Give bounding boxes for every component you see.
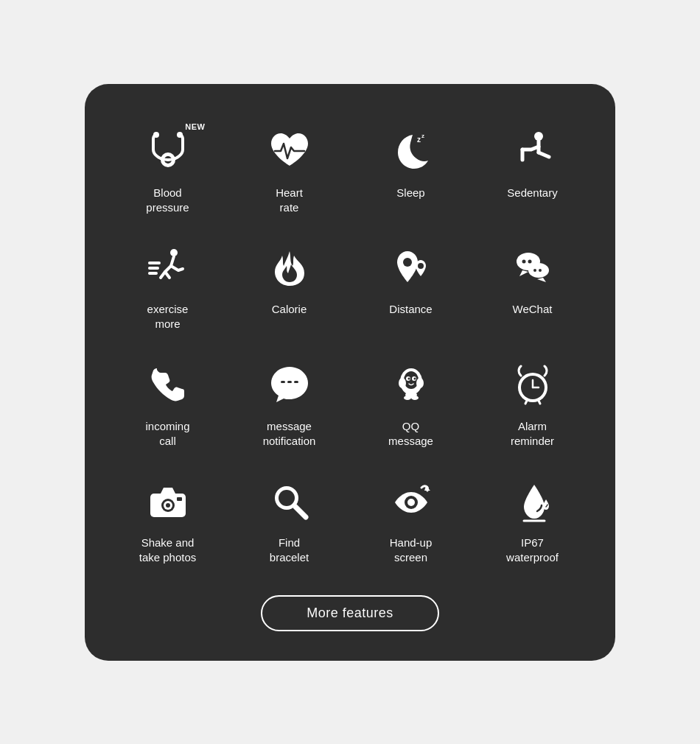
- exercise-icon: [142, 242, 194, 293]
- qq-label: QQmessage: [388, 419, 433, 449]
- svg-point-43: [407, 499, 415, 506]
- svg-point-12: [528, 260, 531, 264]
- features-grid: NEW Bloodpressure: [107, 113, 593, 573]
- feature-hand-up: Hand-upscreen: [350, 463, 472, 573]
- svg-point-20: [404, 371, 419, 389]
- sleep-icon: z z: [385, 125, 437, 177]
- heart-rate-label: Heartrate: [276, 186, 303, 216]
- calorie-label: Calorie: [272, 302, 307, 317]
- svg-point-24: [413, 377, 416, 379]
- svg-point-9: [418, 263, 424, 269]
- stethoscope-icon: NEW: [142, 125, 194, 177]
- incoming-call-label: incomingcall: [145, 419, 189, 449]
- svg-point-23: [407, 377, 410, 379]
- alarm-label: Alarmreminder: [511, 419, 554, 449]
- svg-point-15: [539, 269, 542, 272]
- qq-icon: [385, 359, 437, 410]
- camera-icon: [142, 475, 194, 527]
- svg-point-14: [533, 269, 536, 272]
- svg-point-11: [522, 260, 525, 264]
- feature-exercise: exercisemore: [107, 230, 228, 340]
- feature-find-bracelet: Findbracelet: [228, 463, 350, 573]
- hand-up-icon: [385, 475, 437, 527]
- find-icon: [264, 475, 315, 527]
- feature-waterproof: IP67waterproof: [472, 463, 593, 573]
- svg-point-29: [411, 396, 419, 400]
- svg-rect-38: [177, 497, 182, 501]
- shake-photos-label: Shake andtake photos: [139, 536, 197, 566]
- new-badge: NEW: [185, 122, 205, 131]
- feature-heart-rate: Heartrate: [228, 113, 350, 223]
- feature-wechat: WeChat: [472, 230, 593, 340]
- hand-up-label: Hand-upscreen: [390, 536, 433, 566]
- feature-calorie: Calorie: [228, 230, 350, 340]
- svg-point-3: [177, 132, 183, 138]
- svg-point-26: [416, 378, 424, 388]
- alarm-icon: [507, 359, 559, 410]
- svg-text:z: z: [417, 136, 421, 144]
- feature-message: messagenotification: [228, 347, 350, 457]
- svg-point-28: [404, 396, 411, 400]
- wechat-icon: [507, 242, 559, 293]
- svg-line-41: [295, 507, 306, 517]
- distance-label: Distance: [389, 302, 432, 317]
- find-bracelet-label: Findbracelet: [270, 536, 309, 566]
- features-card: NEW Bloodpressure: [85, 84, 615, 661]
- feature-incoming-call: incomingcall: [107, 347, 228, 457]
- sleep-label: Sleep: [396, 186, 424, 200]
- calorie-icon: [264, 242, 315, 293]
- sedentary-label: Sedentary: [507, 186, 557, 200]
- svg-point-40: [279, 490, 295, 506]
- more-features-button[interactable]: More features: [261, 595, 439, 631]
- phone-icon: [142, 359, 194, 410]
- message-icon: [264, 359, 315, 410]
- message-label: messagenotification: [263, 419, 316, 449]
- wechat-label: WeChat: [513, 302, 553, 317]
- feature-distance: Distance: [350, 230, 472, 340]
- feature-shake-photos: Shake andtake photos: [107, 463, 228, 573]
- distance-icon: [385, 242, 437, 293]
- waterproof-label: IP67waterproof: [506, 536, 559, 566]
- feature-qq: QQmessage: [350, 347, 472, 457]
- svg-point-25: [399, 378, 406, 388]
- exercise-label: exercisemore: [147, 302, 189, 332]
- waterproof-icon: [507, 475, 559, 527]
- feature-sedentary: Sedentary: [472, 113, 593, 223]
- svg-rect-16: [281, 381, 285, 383]
- svg-point-37: [166, 503, 170, 508]
- feature-sleep: z z Sleep: [350, 113, 472, 223]
- blood-pressure-label: Bloodpressure: [146, 186, 189, 216]
- svg-rect-17: [287, 381, 292, 383]
- svg-point-8: [403, 258, 412, 267]
- feature-blood-pressure: NEW Bloodpressure: [107, 113, 228, 223]
- heart-rate-icon: [264, 125, 315, 177]
- svg-rect-18: [294, 381, 298, 383]
- svg-text:z: z: [421, 133, 424, 139]
- sedentary-icon: [507, 125, 559, 177]
- svg-point-2: [153, 132, 159, 138]
- feature-alarm: Alarmreminder: [472, 347, 593, 457]
